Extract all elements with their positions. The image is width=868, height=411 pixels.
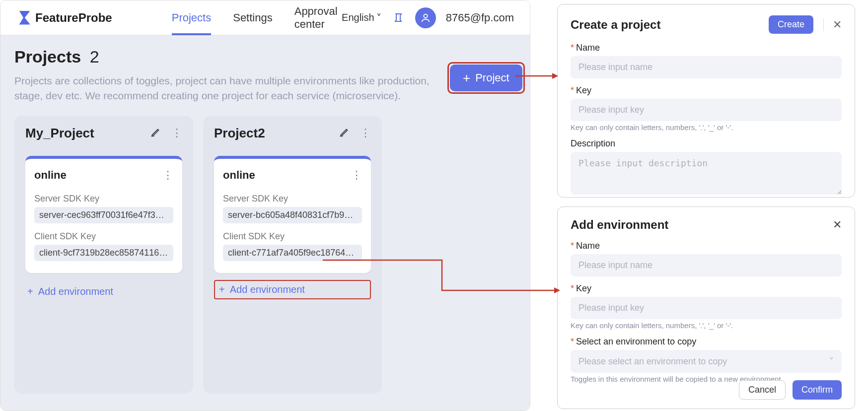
client-sdk-key[interactable]: client-c771af7a405f9ec1876492cfad5…: [223, 245, 362, 261]
logo[interactable]: FeatureProbe: [16, 11, 112, 25]
confirm-button[interactable]: Confirm: [793, 380, 842, 400]
client-sdk-label: Client SDK Key: [223, 231, 362, 242]
plus-icon: +: [27, 286, 33, 297]
environment-more-icon[interactable]: ⋮: [351, 169, 362, 182]
key-label: Key: [576, 283, 591, 294]
add-environment-button[interactable]: + Add environment: [218, 282, 306, 297]
key-hint: Key can only contain letters, numbers, '…: [571, 123, 842, 132]
plus-icon: +: [219, 284, 225, 295]
language-selector[interactable]: English ˅: [342, 12, 381, 24]
server-sdk-label: Server SDK Key: [34, 194, 173, 204]
page-description: Projects are collections of toggles, pro…: [14, 73, 436, 104]
copy-env-label: Select an environment to copy: [576, 337, 696, 347]
cancel-button[interactable]: Cancel: [739, 380, 786, 400]
environment-card: online ⋮ Server SDK Key server-bc605a48f…: [214, 156, 371, 273]
required-indicator: *: [571, 43, 574, 53]
copy-env-select[interactable]: Please select an environment to copy ˅: [571, 350, 842, 373]
topbar: FeatureProbe Projects Settings Approval …: [0, 0, 530, 35]
logo-text: FeatureProbe: [35, 11, 112, 25]
project-name: My_Project: [25, 126, 94, 141]
chevron-down-icon: ˅: [376, 12, 381, 24]
name-label: Name: [576, 241, 600, 251]
add-environment-panel: Add environment ✕ *Name *Key Key can onl…: [557, 206, 855, 409]
required-indicator: *: [571, 337, 574, 347]
server-sdk-key[interactable]: server-cec963ff70031f6e47f37c27a26…: [34, 207, 173, 223]
create-button[interactable]: Create: [769, 15, 813, 34]
content-area: Projects 2 Projects are collections of t…: [0, 35, 530, 411]
add-environment-title: Add environment: [571, 218, 668, 232]
close-icon[interactable]: ✕: [823, 18, 842, 31]
main-nav: Projects Settings Approval center: [172, 0, 342, 42]
project-count: 2: [90, 47, 99, 66]
logo-icon: [16, 11, 30, 25]
topbar-right: English ˅ 8765@fp.com: [342, 7, 514, 28]
add-project-button[interactable]: + Project: [450, 65, 522, 91]
edit-project-icon[interactable]: [150, 127, 161, 139]
environment-more-icon[interactable]: ⋮: [162, 169, 173, 182]
required-indicator: *: [571, 241, 574, 251]
project-description-input[interactable]: [571, 152, 842, 195]
environment-name: online: [34, 169, 67, 182]
app-window: FeatureProbe Projects Settings Approval …: [0, 0, 530, 411]
user-email[interactable]: 8765@fp.com: [446, 11, 514, 24]
env-key-input[interactable]: [571, 297, 842, 319]
nav-approval-center[interactable]: Approval center: [294, 0, 342, 42]
project-name-input[interactable]: [571, 56, 842, 78]
env-name-input[interactable]: [571, 254, 842, 276]
add-environment-button[interactable]: + Add environment: [25, 283, 182, 300]
description-label: Description: [571, 138, 615, 149]
create-project-panel: Create a project Create ✕ *Name *Key Key…: [557, 4, 855, 198]
environment-name: online: [223, 169, 255, 182]
add-environment-label: Add environment: [38, 286, 113, 297]
server-sdk-label: Server SDK Key: [223, 194, 362, 204]
required-indicator: *: [571, 283, 574, 294]
plus-icon: +: [463, 71, 470, 84]
required-indicator: *: [571, 85, 574, 96]
environment-card: online ⋮ Server SDK Key server-cec963ff7…: [25, 156, 182, 273]
project-cards: My_Project ⋮ online ⋮ Server SDK Key ser…: [14, 116, 516, 394]
key-hint: Key can only contain letters, numbers, '…: [571, 321, 842, 330]
page-title-text: Projects: [14, 47, 81, 66]
language-label: English: [342, 12, 374, 23]
add-environment-highlight: + Add environment: [214, 280, 371, 299]
add-environment-label: Add environment: [230, 284, 305, 295]
close-icon[interactable]: ✕: [833, 218, 842, 231]
edit-project-icon[interactable]: [339, 127, 350, 139]
project-card: My_Project ⋮ online ⋮ Server SDK Key ser…: [14, 116, 193, 394]
project-more-icon[interactable]: ⋮: [171, 127, 182, 139]
client-sdk-key[interactable]: client-9cf7319b28ec858741160cee4d…: [34, 245, 173, 261]
project-key-input[interactable]: [571, 99, 842, 121]
copy-env-placeholder: Please select an environment to copy: [579, 356, 727, 367]
create-project-title: Create a project: [571, 18, 660, 32]
page-title: Projects 2: [14, 47, 436, 67]
svg-point-0: [424, 14, 427, 17]
project-name: Project2: [214, 126, 265, 141]
avatar[interactable]: [415, 7, 436, 28]
key-label: Key: [576, 85, 591, 96]
nav-settings[interactable]: Settings: [233, 0, 273, 35]
add-project-label: Project: [475, 71, 509, 84]
project-more-icon[interactable]: ⋮: [360, 127, 371, 139]
add-project-highlight: + Project: [447, 62, 525, 94]
client-sdk-label: Client SDK Key: [34, 231, 173, 242]
notifications-icon[interactable]: [391, 11, 405, 25]
project-card: Project2 ⋮ online ⋮ Server SDK Key serve…: [203, 116, 382, 394]
name-label: Name: [576, 43, 600, 53]
nav-projects[interactable]: Projects: [172, 0, 211, 35]
server-sdk-key[interactable]: server-bc605a48f40831cf7b9156b004…: [223, 207, 362, 223]
chevron-down-icon: ˅: [829, 356, 834, 367]
